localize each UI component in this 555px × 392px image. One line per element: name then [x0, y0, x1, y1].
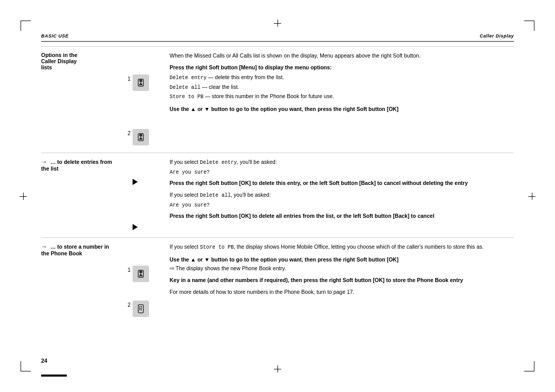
store-step2-bold: Key in a name (and other numbers if requ…	[170, 276, 514, 284]
section-store: → … to store a number in the Phone Book …	[41, 238, 514, 324]
step-2-row: 2	[123, 129, 170, 145]
delete-entry-line: Delete entry — delete this entry from th…	[170, 73, 514, 82]
svg-point-0	[139, 79, 142, 82]
step-1-row: 1	[123, 74, 170, 91]
corner-mark-br	[524, 361, 534, 371]
bottom-bar	[41, 375, 67, 377]
delete-step2-bold: Press the right Soft button [OK] to dele…	[170, 212, 514, 220]
corner-mark-bl	[21, 361, 31, 371]
svg-rect-10	[139, 306, 140, 307]
arrow-icon-delete: →	[41, 158, 47, 165]
header-right: Caller Display	[479, 33, 514, 39]
svg-marker-7	[139, 273, 143, 276]
section-delete-title: … to delete entries from the list	[41, 159, 112, 172]
section-delete-instructions: If you select Delete entry, you'll be as…	[170, 158, 514, 220]
section-store-steps: 1 2	[123, 243, 170, 319]
svg-rect-11	[141, 306, 142, 307]
header-left: BASIC USE	[41, 33, 69, 39]
delete-intro2: If you select Delete all, you'll be aske…	[170, 191, 514, 200]
store-step1-bold: Use the ▲ or ▼ button to go to the optio…	[170, 256, 514, 264]
crosshair-bottom	[274, 365, 281, 372]
step1-bold: Press the right Soft button [Menu] to di…	[170, 64, 514, 71]
options-intro: When the Missed Calls or All Calls list …	[170, 52, 514, 60]
delete-step-1-row	[133, 177, 170, 185]
crosshair-right	[528, 193, 535, 200]
store-intro: If you select Store to PB, the display s…	[170, 243, 514, 252]
arrow-icon-store: →	[41, 243, 47, 250]
nav-icon-store-1	[133, 266, 149, 282]
section-delete-steps	[123, 158, 170, 232]
store-note: ⇨ The display shows the new Phone Book e…	[170, 265, 514, 272]
step-2-num: 2	[123, 129, 131, 136]
svg-point-6	[139, 270, 142, 273]
corner-mark-tl	[21, 21, 31, 31]
delete-all-line: Delete all — clear the list.	[170, 83, 514, 92]
section-options-title: Options in theCaller Displaylists	[41, 52, 78, 70]
triangle-icon-1	[133, 179, 138, 185]
step2-bold: Use the ▲ or ▼ button to go to the optio…	[170, 105, 514, 113]
section-store-instructions: If you select Store to PB, the display s…	[170, 243, 514, 296]
section-delete: → … to delete entries from the list If y…	[41, 153, 514, 238]
section-delete-label: → … to delete entries from the list	[41, 158, 123, 172]
delete-areyousure1: Are you sure?	[170, 168, 514, 177]
step-1-num: 1	[123, 74, 131, 82]
keypad-icon-store	[133, 301, 149, 317]
section-store-title: … to store a number in the Phone Book	[41, 244, 109, 256]
page: BASIC USE Caller Display Options in theC…	[0, 0, 555, 392]
store-step-1-num: 1	[123, 266, 131, 273]
page-number: 24	[41, 358, 47, 364]
svg-rect-12	[139, 308, 140, 309]
section-options-instructions: When the Missed Calls or All Calls list …	[170, 52, 514, 113]
section-options: Options in theCaller Displaylists 1 2	[41, 46, 514, 153]
nav-icon-1	[133, 74, 149, 91]
svg-marker-1	[139, 82, 143, 85]
store-step-2-num: 2	[123, 301, 131, 308]
section-options-label: Options in theCaller Displaylists	[41, 52, 123, 70]
triangle-icon-2	[133, 224, 138, 230]
header-line	[41, 41, 514, 42]
nav-icon-2	[133, 129, 149, 145]
svg-rect-13	[141, 308, 142, 309]
section-store-label: → … to store a number in the Phone Book	[41, 243, 123, 256]
svg-rect-15	[141, 309, 142, 310]
store-step-2-row: 2	[123, 301, 170, 317]
store-pb-line: Store to PB — store this number in the P…	[170, 92, 514, 101]
svg-point-3	[139, 134, 142, 137]
delete-intro1: If you select Delete entry, you'll be as…	[170, 158, 514, 167]
corner-mark-tr	[524, 21, 534, 31]
store-step-1-row: 1	[123, 266, 170, 282]
delete-step-2-row	[133, 222, 170, 230]
svg-rect-14	[139, 309, 140, 310]
crosshair-left	[20, 193, 27, 200]
svg-marker-4	[139, 137, 143, 140]
page-header: BASIC USE Caller Display	[41, 33, 514, 39]
section-options-steps: 1 2	[123, 52, 170, 147]
crosshair-top	[274, 20, 281, 27]
store-more-details: For more details of how to store numbers…	[170, 288, 514, 296]
delete-step1-bold: Press the right Soft button [OK] to dele…	[170, 179, 514, 187]
content-area: Options in theCaller Displaylists 1 2	[41, 46, 514, 351]
delete-areyousure2: Are you sure?	[170, 201, 514, 210]
